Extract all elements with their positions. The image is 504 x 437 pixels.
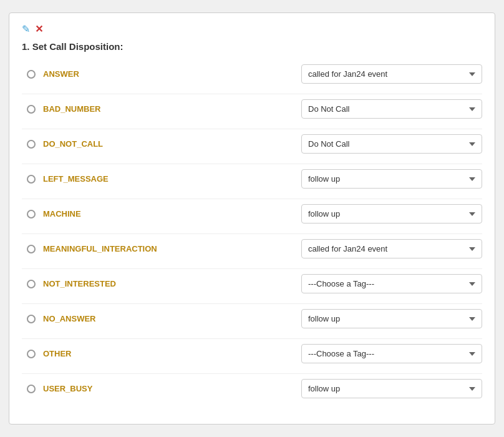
radio-not_interested[interactable] <box>27 280 36 288</box>
divider <box>22 373 482 374</box>
select-not_interested[interactable]: ---Choose a Tag---follow upDo Not Callca… <box>301 274 482 293</box>
label-bad_number: BAD_NUMBER <box>41 104 301 114</box>
select-answer[interactable]: called for Jan24 eventfollow upDo Not Ca… <box>301 64 482 84</box>
edit-icon[interactable]: ✎ <box>22 23 30 35</box>
radio-bad_number[interactable] <box>27 105 36 114</box>
label-no_answer: NO_ANSWER <box>41 314 301 323</box>
radio-user_busy[interactable] <box>27 385 36 393</box>
close-icon[interactable]: ✕ <box>35 23 43 35</box>
section-title: 1. Set Call Disposition: <box>22 41 482 52</box>
select-no_answer[interactable]: follow upDo Not Callcalled for Jan24 eve… <box>301 309 482 328</box>
divider <box>22 129 482 129</box>
table-row: NOT_INTERESTED---Choose a Tag---follow u… <box>22 270 482 297</box>
table-row: MACHINEfollow upDo Not Callcalled for Ja… <box>22 200 482 227</box>
table-row: USER_BUSYfollow upDo Not Callcalled for … <box>22 375 482 402</box>
label-answer: ANSWER <box>41 69 301 79</box>
divider <box>22 268 482 269</box>
label-other: OTHER <box>41 349 301 358</box>
select-other[interactable]: ---Choose a Tag---follow upDo Not Callca… <box>301 344 482 363</box>
radio-left_message[interactable] <box>27 175 36 184</box>
table-row: OTHER---Choose a Tag---follow upDo Not C… <box>22 340 482 367</box>
divider <box>22 233 482 234</box>
select-bad_number[interactable]: Do Not Callfollow upcalled for Jan24 eve… <box>301 99 482 119</box>
label-user_busy: USER_BUSY <box>41 384 301 393</box>
table-row: NO_ANSWERfollow upDo Not Callcalled for … <box>22 305 482 332</box>
radio-other[interactable] <box>27 350 36 358</box>
radio-no_answer[interactable] <box>27 315 36 323</box>
label-machine: MACHINE <box>41 209 301 219</box>
table-row: LEFT_MESSAGEfollow upDo Not Callcalled f… <box>22 165 482 192</box>
select-user_busy[interactable]: follow upDo Not Callcalled for Jan24 eve… <box>301 379 482 398</box>
divider <box>22 338 482 339</box>
divider <box>22 94 482 94</box>
radio-meaningful_interaction[interactable] <box>27 245 36 253</box>
table-row: ANSWERcalled for Jan24 eventfollow upDo … <box>22 61 482 87</box>
radio-do_not_call[interactable] <box>27 140 36 149</box>
toolbar: ✎ ✕ <box>22 23 482 35</box>
divider <box>22 164 482 164</box>
disposition-rows: ANSWERcalled for Jan24 eventfollow upDo … <box>22 61 482 402</box>
select-machine[interactable]: follow upDo Not Callcalled for Jan24 eve… <box>301 204 482 223</box>
select-left_message[interactable]: follow upDo Not Callcalled for Jan24 eve… <box>301 169 482 189</box>
label-left_message: LEFT_MESSAGE <box>41 174 301 184</box>
table-row: MEANINGFUL_INTERACTIONcalled for Jan24 e… <box>22 235 482 262</box>
select-do_not_call[interactable]: Do Not Callfollow upcalled for Jan24 eve… <box>301 134 482 154</box>
select-meaningful_interaction[interactable]: called for Jan24 eventfollow upDo Not Ca… <box>301 239 482 258</box>
label-meaningful_interaction: MEANINGFUL_INTERACTION <box>41 244 301 253</box>
divider <box>22 199 482 199</box>
divider <box>22 303 482 304</box>
table-row: BAD_NUMBERDo Not Callfollow upcalled for… <box>22 96 482 122</box>
call-disposition-panel: ✎ ✕ 1. Set Call Disposition: ANSWERcalle… <box>9 12 495 425</box>
table-row: DO_NOT_CALLDo Not Callfollow upcalled fo… <box>22 130 482 157</box>
radio-machine[interactable] <box>27 210 36 219</box>
radio-answer[interactable] <box>27 70 36 79</box>
label-do_not_call: DO_NOT_CALL <box>41 139 301 149</box>
label-not_interested: NOT_INTERESTED <box>41 279 301 288</box>
